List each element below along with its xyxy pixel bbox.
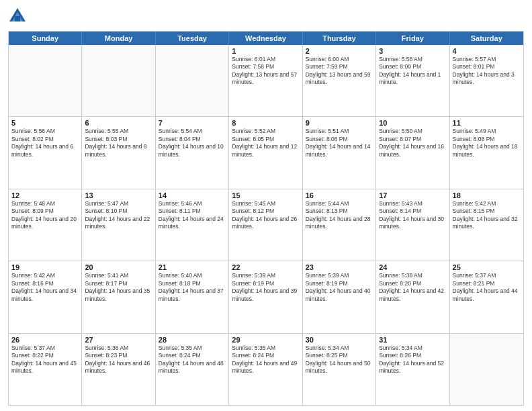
calendar-cell: 26Sunrise: 5:37 AM Sunset: 8:22 PM Dayli…: [9, 334, 82, 405]
calendar-cell: [450, 334, 523, 405]
calendar-cell: 7Sunrise: 5:54 AM Sunset: 8:04 PM Daylig…: [156, 117, 229, 188]
weekday-header: Wednesday: [229, 32, 302, 45]
day-number: 21: [159, 263, 226, 271]
cell-info: Sunrise: 5:39 AM Sunset: 8:19 PM Dayligh…: [306, 272, 373, 303]
day-number: 27: [85, 336, 152, 344]
cell-info: Sunrise: 5:55 AM Sunset: 8:03 PM Dayligh…: [85, 128, 152, 158]
calendar-cell: 8Sunrise: 5:52 AM Sunset: 8:05 PM Daylig…: [229, 117, 302, 188]
cell-info: Sunrise: 5:58 AM Sunset: 8:00 PM Dayligh…: [379, 56, 446, 87]
calendar-cell: 10Sunrise: 5:50 AM Sunset: 8:07 PM Dayli…: [376, 117, 449, 188]
day-number: 8: [232, 119, 299, 127]
cell-info: Sunrise: 5:45 AM Sunset: 8:12 PM Dayligh…: [232, 200, 299, 231]
weekday-header: Thursday: [303, 32, 376, 45]
calendar-cell: 24Sunrise: 5:38 AM Sunset: 8:20 PM Dayli…: [376, 261, 449, 332]
cell-info: Sunrise: 5:42 AM Sunset: 8:16 PM Dayligh…: [11, 272, 79, 303]
calendar-cell: 28Sunrise: 5:35 AM Sunset: 8:24 PM Dayli…: [156, 334, 229, 405]
day-number: 24: [379, 263, 446, 271]
day-number: 22: [232, 263, 299, 271]
cell-info: Sunrise: 5:40 AM Sunset: 8:18 PM Dayligh…: [159, 272, 226, 303]
calendar-cell: 12Sunrise: 5:48 AM Sunset: 8:09 PM Dayli…: [9, 189, 82, 261]
calendar: SundayMondayTuesdayWednesdayThursdayFrid…: [8, 31, 524, 406]
calendar-cell: 5Sunrise: 5:56 AM Sunset: 8:02 PM Daylig…: [9, 117, 82, 188]
calendar-cell: 1Sunrise: 6:01 AM Sunset: 7:58 PM Daylig…: [229, 45, 302, 116]
cell-info: Sunrise: 5:47 AM Sunset: 8:10 PM Dayligh…: [85, 200, 152, 231]
weekday-header: Tuesday: [156, 32, 229, 45]
day-number: 3: [379, 47, 446, 55]
cell-info: Sunrise: 5:37 AM Sunset: 8:22 PM Dayligh…: [11, 345, 79, 375]
cell-info: Sunrise: 5:50 AM Sunset: 8:07 PM Dayligh…: [379, 128, 446, 158]
cell-info: Sunrise: 5:44 AM Sunset: 8:13 PM Dayligh…: [306, 200, 373, 231]
day-number: 19: [11, 263, 79, 271]
day-number: 16: [306, 191, 373, 199]
cell-info: Sunrise: 5:39 AM Sunset: 8:19 PM Dayligh…: [232, 272, 299, 303]
day-number: 13: [85, 191, 152, 199]
cell-info: Sunrise: 5:34 AM Sunset: 8:26 PM Dayligh…: [379, 345, 446, 375]
header: [8, 7, 524, 26]
cell-info: Sunrise: 5:41 AM Sunset: 8:17 PM Dayligh…: [85, 272, 152, 303]
day-number: 18: [453, 191, 521, 199]
day-number: 26: [11, 336, 79, 344]
cell-info: Sunrise: 5:35 AM Sunset: 8:24 PM Dayligh…: [159, 345, 226, 375]
cell-info: Sunrise: 6:00 AM Sunset: 7:59 PM Dayligh…: [306, 56, 373, 87]
calendar-cell: 30Sunrise: 5:34 AM Sunset: 8:25 PM Dayli…: [303, 334, 376, 405]
calendar-cell: 17Sunrise: 5:43 AM Sunset: 8:14 PM Dayli…: [376, 189, 449, 261]
calendar-row: 5Sunrise: 5:56 AM Sunset: 8:02 PM Daylig…: [9, 117, 523, 189]
cell-info: Sunrise: 5:52 AM Sunset: 8:05 PM Dayligh…: [232, 128, 299, 158]
calendar-cell: 19Sunrise: 5:42 AM Sunset: 8:16 PM Dayli…: [9, 261, 82, 332]
day-number: 17: [379, 191, 446, 199]
calendar-cell: 11Sunrise: 5:49 AM Sunset: 8:08 PM Dayli…: [450, 117, 523, 188]
day-number: 2: [306, 47, 373, 55]
day-number: 1: [232, 47, 299, 55]
calendar-row: 12Sunrise: 5:48 AM Sunset: 8:09 PM Dayli…: [9, 189, 523, 261]
calendar-cell: 14Sunrise: 5:46 AM Sunset: 8:11 PM Dayli…: [156, 189, 229, 261]
cell-info: Sunrise: 6:01 AM Sunset: 7:58 PM Dayligh…: [232, 56, 299, 87]
day-number: 31: [379, 336, 446, 344]
calendar-cell: 25Sunrise: 5:37 AM Sunset: 8:21 PM Dayli…: [450, 261, 523, 332]
calendar-cell: 21Sunrise: 5:40 AM Sunset: 8:18 PM Dayli…: [156, 261, 229, 332]
day-number: 9: [306, 119, 373, 127]
day-number: 30: [306, 336, 373, 344]
weekday-header: Saturday: [450, 32, 523, 45]
cell-info: Sunrise: 5:56 AM Sunset: 8:02 PM Dayligh…: [11, 128, 79, 158]
calendar-row: 19Sunrise: 5:42 AM Sunset: 8:16 PM Dayli…: [9, 261, 523, 333]
calendar-cell: [156, 45, 229, 116]
logo-icon: [8, 7, 27, 26]
cell-info: Sunrise: 5:36 AM Sunset: 8:23 PM Dayligh…: [85, 345, 152, 375]
calendar-cell: [82, 45, 155, 116]
calendar-body: 1Sunrise: 6:01 AM Sunset: 7:58 PM Daylig…: [9, 45, 523, 405]
calendar-cell: 29Sunrise: 5:35 AM Sunset: 8:24 PM Dayli…: [229, 334, 302, 405]
calendar-cell: 20Sunrise: 5:41 AM Sunset: 8:17 PM Dayli…: [82, 261, 155, 332]
calendar-cell: 15Sunrise: 5:45 AM Sunset: 8:12 PM Dayli…: [229, 189, 302, 261]
weekday-header: Sunday: [9, 32, 82, 45]
calendar-row: 26Sunrise: 5:37 AM Sunset: 8:22 PM Dayli…: [9, 334, 523, 405]
day-number: 29: [232, 336, 299, 344]
calendar-cell: 16Sunrise: 5:44 AM Sunset: 8:13 PM Dayli…: [303, 189, 376, 261]
calendar-cell: 4Sunrise: 5:57 AM Sunset: 8:01 PM Daylig…: [450, 45, 523, 116]
cell-info: Sunrise: 5:38 AM Sunset: 8:20 PM Dayligh…: [379, 272, 446, 303]
day-number: 28: [159, 336, 226, 344]
calendar-cell: 2Sunrise: 6:00 AM Sunset: 7:59 PM Daylig…: [303, 45, 376, 116]
day-number: 11: [453, 119, 521, 127]
calendar-row: 1Sunrise: 6:01 AM Sunset: 7:58 PM Daylig…: [9, 45, 523, 117]
day-number: 6: [85, 119, 152, 127]
cell-info: Sunrise: 5:48 AM Sunset: 8:09 PM Dayligh…: [11, 200, 79, 231]
cell-info: Sunrise: 5:57 AM Sunset: 8:01 PM Dayligh…: [453, 56, 521, 87]
cell-info: Sunrise: 5:51 AM Sunset: 8:06 PM Dayligh…: [306, 128, 373, 158]
day-number: 20: [85, 263, 152, 271]
cell-info: Sunrise: 5:37 AM Sunset: 8:21 PM Dayligh…: [453, 272, 521, 303]
calendar-cell: 31Sunrise: 5:34 AM Sunset: 8:26 PM Dayli…: [376, 334, 449, 405]
svg-rect-2: [15, 16, 20, 21]
day-number: 14: [159, 191, 226, 199]
cell-info: Sunrise: 5:42 AM Sunset: 8:15 PM Dayligh…: [453, 200, 521, 231]
calendar-cell: 3Sunrise: 5:58 AM Sunset: 8:00 PM Daylig…: [376, 45, 449, 116]
day-number: 7: [159, 119, 226, 127]
cell-info: Sunrise: 5:54 AM Sunset: 8:04 PM Dayligh…: [159, 128, 226, 158]
day-number: 12: [11, 191, 79, 199]
calendar-cell: 22Sunrise: 5:39 AM Sunset: 8:19 PM Dayli…: [229, 261, 302, 332]
calendar-header: SundayMondayTuesdayWednesdayThursdayFrid…: [9, 32, 523, 45]
cell-info: Sunrise: 5:46 AM Sunset: 8:11 PM Dayligh…: [159, 200, 226, 231]
cell-info: Sunrise: 5:49 AM Sunset: 8:08 PM Dayligh…: [453, 128, 521, 158]
weekday-header: Friday: [376, 32, 449, 45]
cell-info: Sunrise: 5:43 AM Sunset: 8:14 PM Dayligh…: [379, 200, 446, 231]
weekday-header: Monday: [82, 32, 155, 45]
